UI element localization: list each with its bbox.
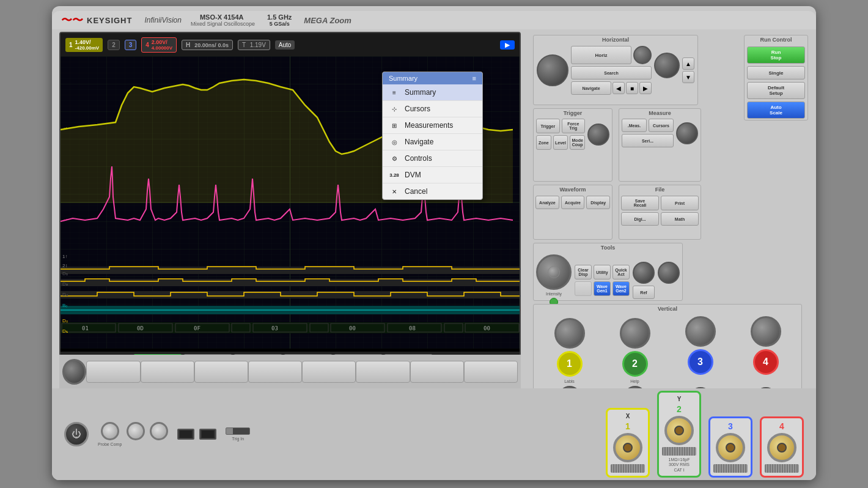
- menu-back-button[interactable]: [62, 359, 86, 385]
- ch1-badge[interactable]: 1 1.40V/ -420.00mV: [65, 38, 103, 52]
- ch3-scale-knob[interactable]: [685, 316, 716, 347]
- ch3-number: 3: [129, 42, 133, 48]
- power-button[interactable]: ⏻: [64, 422, 89, 446]
- ch1-bnc[interactable]: [613, 433, 642, 462]
- dropdown-item-summary[interactable]: ≡ Summary: [383, 84, 482, 101]
- ch1-number: 1: [69, 42, 73, 48]
- ch4-bnc[interactable]: [767, 433, 796, 462]
- svg-text:D₁: D₁: [62, 328, 68, 334]
- horizontal-scale-knob[interactable]: [654, 53, 680, 78]
- run-control-title: Run Control: [745, 35, 807, 44]
- wave-gen1-button[interactable]: WaveGen1: [594, 281, 611, 296]
- wave-gen2-button[interactable]: WaveGen2: [612, 281, 630, 296]
- ch2-channel-button[interactable]: 2: [622, 351, 648, 377]
- vert-up-button[interactable]: ▲: [682, 57, 694, 70]
- softkey-3[interactable]: [194, 361, 248, 383]
- acquire-button[interactable]: Acquire: [561, 196, 585, 209]
- ch2-bnc-teeth: [662, 447, 696, 456]
- dropdown-item-navigate[interactable]: ◎ Navigate: [383, 134, 482, 150]
- math-button[interactable]: Math: [661, 212, 699, 226]
- dropdown-item-measurements[interactable]: ⊞ Measurements: [383, 117, 482, 134]
- ref-button[interactable]: Ref: [633, 286, 655, 299]
- save-recall-button[interactable]: SaveRecall: [621, 196, 659, 210]
- measure-knob[interactable]: [676, 122, 698, 144]
- softkey-8[interactable]: [464, 361, 518, 383]
- t-label: T: [242, 42, 246, 48]
- labels-button[interactable]: Labls: [564, 379, 575, 383]
- digi-button[interactable]: Digi...: [621, 212, 659, 226]
- horiz-button[interactable]: Horiz: [571, 46, 631, 64]
- ch2-badge[interactable]: 2: [108, 40, 120, 50]
- auto-scale-button[interactable]: AutoScale: [747, 102, 805, 119]
- dropdown-item-cancel[interactable]: ✕ Cancel: [383, 183, 482, 199]
- ch1-scale-knob[interactable]: [554, 318, 585, 349]
- intensity-knob[interactable]: [536, 254, 572, 290]
- clear-display-button[interactable]: ClearDisp: [575, 265, 592, 279]
- t-badge[interactable]: T 1.19V: [238, 40, 270, 50]
- softkey-2[interactable]: [141, 361, 194, 383]
- usb-port-1[interactable]: [177, 429, 194, 440]
- print-button[interactable]: Print: [661, 196, 699, 210]
- trigger-button[interactable]: Trigger: [536, 119, 560, 133]
- file-section: File SaveRecall Print Digi... Math: [619, 185, 701, 240]
- dropdown-item-dvm[interactable]: 3.28 DVM: [383, 167, 482, 183]
- ch3-connector-box: 3: [708, 416, 752, 478]
- softkey-1[interactable]: [86, 361, 140, 383]
- trigger-connector: [226, 427, 250, 435]
- mode-coupling-button[interactable]: ModeCoup: [570, 135, 585, 150]
- analyze-button[interactable]: Analyze: [535, 196, 559, 209]
- ch4-scale-knob[interactable]: [751, 316, 781, 347]
- softkey-4[interactable]: [248, 361, 302, 383]
- tools-knob-2[interactable]: [658, 262, 680, 284]
- search-button[interactable]: Search: [571, 66, 652, 79]
- ch3-bnc[interactable]: [716, 433, 745, 462]
- vert-down-button[interactable]: ▼: [682, 71, 694, 83]
- trigger-level-knob[interactable]: [587, 124, 609, 146]
- meas-button[interactable]: .Meas.: [622, 119, 647, 132]
- ch4-connector-label: 4: [779, 421, 784, 431]
- nav-prev-button[interactable]: ◀: [612, 82, 625, 94]
- keysight-logo-icon: 〜〜: [61, 13, 83, 28]
- utility-button[interactable]: Utility: [594, 265, 611, 279]
- dropdown-header-icon: ≡: [473, 75, 476, 82]
- force-trigger-button[interactable]: ForceTrig: [562, 119, 586, 133]
- file-title: File: [619, 185, 701, 194]
- softkey-5[interactable]: [302, 361, 356, 383]
- usb-port-2[interactable]: [199, 429, 216, 440]
- quick-action-button[interactable]: QuickAct: [612, 265, 630, 279]
- run-control-section: Run Control RunStop Single DefaultSetup …: [744, 35, 808, 120]
- nav-next-button[interactable]: ▶: [639, 82, 652, 94]
- trigger-input: Trig In: [226, 427, 250, 441]
- ch2-connector-label: 2: [677, 404, 682, 414]
- probe-comp-1: Probe Comp: [98, 422, 122, 446]
- probe-comp-bnc-3: [150, 422, 168, 440]
- zone-button[interactable]: Zone: [536, 135, 551, 150]
- single-button[interactable]: Single: [747, 66, 805, 79]
- navigate-button[interactable]: Navigate: [571, 81, 611, 95]
- tools-knob-1[interactable]: [633, 262, 655, 284]
- cursors-button[interactable]: Cursors: [649, 119, 674, 132]
- dropdown-item-controls[interactable]: ⚙ Controls: [383, 150, 482, 167]
- seri-button[interactable]: Seri...: [622, 134, 674, 147]
- default-setup-button[interactable]: DefaultSetup: [747, 82, 805, 99]
- dropdown-item-cursors[interactable]: ⊹ Cursors: [383, 101, 482, 117]
- ch3-channel-button[interactable]: 3: [688, 349, 713, 375]
- display-button[interactable]: Display: [586, 196, 610, 209]
- ch4-badge[interactable]: 4 2.00V/ 4.00000V: [141, 37, 177, 53]
- ch4-channel-button[interactable]: 4: [753, 349, 779, 375]
- softkey-6[interactable]: [356, 361, 410, 383]
- ch3-badge[interactable]: 3: [125, 40, 137, 50]
- ch2-scale-knob[interactable]: [620, 318, 650, 349]
- level-button[interactable]: Level: [553, 135, 568, 150]
- nav-stop-button[interactable]: ■: [626, 82, 638, 94]
- help-button[interactable]: Help: [630, 379, 639, 383]
- zoom-knob[interactable]: [633, 46, 652, 64]
- h-badge[interactable]: H 20.00ns/ 0.0s: [182, 40, 233, 50]
- ch3-bnc-center: [726, 443, 735, 453]
- horizontal-position-knob[interactable]: [537, 54, 568, 86]
- ch2-bnc[interactable]: [664, 416, 694, 445]
- softkey-7[interactable]: [410, 361, 464, 383]
- ch1-channel-button[interactable]: 1: [557, 351, 583, 377]
- series-name: InfiniiVision: [144, 16, 181, 24]
- run-stop-button[interactable]: RunStop: [747, 46, 805, 64]
